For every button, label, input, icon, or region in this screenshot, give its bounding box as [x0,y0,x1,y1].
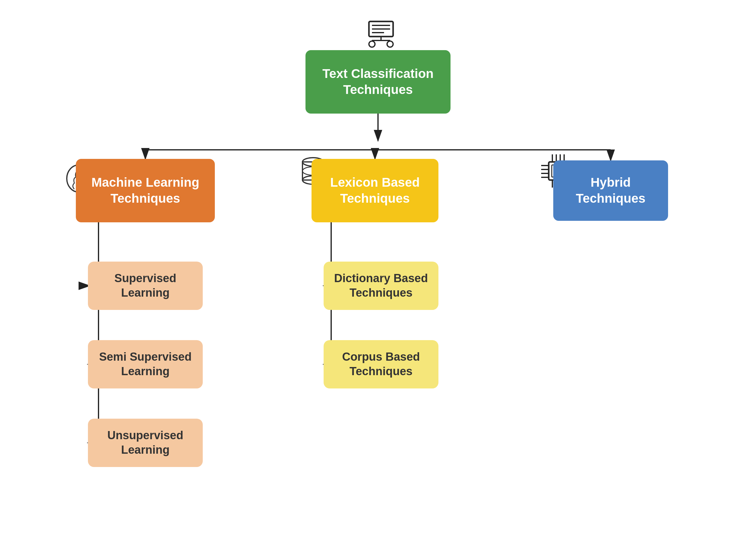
supervised-node: SupervisedLearning [88,262,203,310]
corpus-node: Corpus BasedTechniques [324,340,438,388]
corpus-label: Corpus BasedTechniques [342,350,420,378]
lexicon-label: Lexicon BasedTechniques [330,175,420,206]
root-node: Text ClassificationTechniques [306,50,450,114]
hybrid-label: HybridTechniques [576,175,645,206]
hybrid-node: HybridTechniques [553,160,668,221]
semi-supervised-node: Semi SupervisedLearning [88,340,203,388]
semi-label: Semi SupervisedLearning [99,350,192,378]
lexicon-node: Lexicon BasedTechniques [312,159,438,222]
ml-label: Machine LearningTechniques [91,175,199,206]
svg-point-21 [369,41,375,47]
supervised-label: SupervisedLearning [115,271,177,300]
unsupervised-label: UnsupervisedLearning [107,428,183,457]
server-icon [363,20,399,51]
unsupervised-node: UnsupervisedLearning [88,419,203,467]
ml-node: Machine LearningTechniques [76,159,215,222]
svg-point-22 [387,41,393,47]
diagram: Text ClassificationTechniques Machine Le… [46,14,710,527]
root-label: Text ClassificationTechniques [323,66,433,98]
dictionary-label: Dictionary BasedTechniques [334,271,428,300]
dictionary-node: Dictionary BasedTechniques [324,262,438,310]
